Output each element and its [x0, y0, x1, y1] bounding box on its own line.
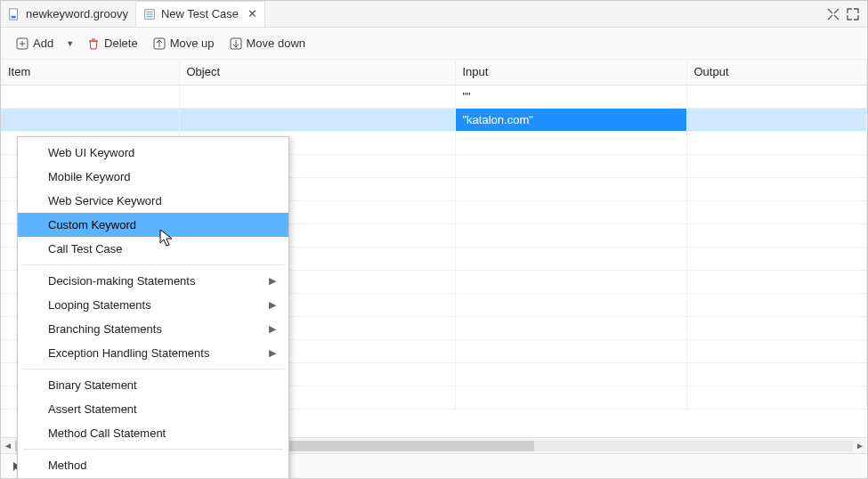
add-step-context-menu: Web UI Keyword Mobile Keyword Web Servic… — [17, 136, 289, 479]
menu-item-mobile-keyword[interactable]: Mobile Keyword — [18, 165, 288, 189]
menu-separator — [23, 264, 283, 265]
menu-separator — [23, 369, 283, 369]
chevron-right-icon: ▶ — [269, 299, 276, 311]
menu-item-assert-statement[interactable]: Assert Statement — [18, 397, 288, 421]
col-header-object[interactable]: Object — [179, 60, 455, 85]
minimize-icon[interactable] — [826, 7, 840, 21]
cell-item[interactable] — [1, 108, 179, 131]
tab-window-controls — [826, 1, 867, 27]
cell-output[interactable] — [686, 85, 867, 108]
testcase-icon — [143, 8, 156, 20]
table-header-row: Item Object Input Output — [1, 60, 867, 85]
test-step-toolbar: Add ▼ Delete Move up Move down — [1, 28, 867, 60]
menu-item-binary-statement[interactable]: Binary Statement — [18, 373, 288, 397]
menu-item-method-call-statement[interactable]: Method Call Statement — [18, 421, 288, 445]
menu-separator — [23, 449, 283, 450]
cell-object[interactable] — [179, 108, 455, 131]
col-header-input[interactable]: Input — [455, 60, 686, 85]
cell-input[interactable]: "" — [455, 85, 686, 108]
arrow-down-icon — [229, 37, 243, 51]
groovy-file-icon — [8, 8, 20, 20]
scroll-left-arrow[interactable]: ◄ — [1, 441, 15, 451]
tab-label: New Test Case — [161, 7, 239, 20]
plus-box-icon — [15, 37, 29, 51]
col-header-item[interactable]: Item — [1, 60, 179, 85]
cell-output[interactable] — [686, 108, 867, 131]
cell-object[interactable] — [179, 85, 455, 108]
add-dropdown-caret[interactable]: ▼ — [62, 39, 77, 48]
maximize-icon[interactable] — [846, 7, 860, 21]
menu-item-decision-making[interactable]: Decision-making Statements▶ — [18, 269, 288, 293]
menu-item-branching[interactable]: Branching Statements▶ — [18, 317, 288, 341]
test-steps-main: Item Object Input Output "" "katalon.com… — [1, 60, 867, 437]
editor-tabbar: newkeyword.groovy New Test Case ✕ — [1, 1, 867, 28]
menu-item-custom-keyword[interactable]: Custom Keyword — [18, 213, 288, 237]
scroll-right-arrow[interactable]: ► — [853, 441, 867, 451]
cell-item[interactable] — [1, 85, 179, 108]
delete-label: Delete — [104, 37, 138, 50]
cell-input[interactable]: "katalon.com" — [455, 108, 686, 131]
move-down-label: Move down — [247, 37, 305, 50]
tab-newkeyword-groovy[interactable]: newkeyword.groovy — [1, 1, 136, 27]
menu-item-exception-handling[interactable]: Exception Handling Statements▶ — [18, 341, 288, 365]
menu-item-web-ui-keyword[interactable]: Web UI Keyword — [18, 141, 288, 165]
chevron-right-icon: ▶ — [269, 275, 276, 287]
close-icon[interactable]: ✕ — [247, 7, 257, 20]
table-row[interactable]: "katalon.com" — [1, 108, 867, 131]
chevron-right-icon: ▶ — [269, 347, 276, 359]
menu-item-method[interactable]: Method — [18, 453, 288, 477]
move-up-label: Move up — [170, 37, 215, 50]
chevron-right-icon: ▶ — [269, 323, 276, 335]
move-up-button[interactable]: Move up — [147, 33, 220, 54]
tab-new-test-case[interactable]: New Test Case ✕ — [136, 1, 265, 27]
menu-item-looping[interactable]: Looping Statements▶ — [18, 293, 288, 317]
col-header-output[interactable]: Output — [686, 60, 867, 85]
menu-item-web-service-keyword[interactable]: Web Service Keyword — [18, 189, 288, 213]
move-down-button[interactable]: Move down — [223, 33, 311, 54]
arrow-up-icon — [152, 37, 166, 51]
table-row[interactable]: "" — [1, 85, 867, 108]
menu-item-call-test-case[interactable]: Call Test Case — [18, 237, 288, 261]
tab-label: newkeyword.groovy — [26, 7, 128, 20]
delete-button[interactable]: Delete — [81, 33, 143, 54]
svg-rect-1 — [12, 15, 16, 18]
add-button[interactable]: Add — [10, 33, 59, 54]
trash-icon — [86, 37, 101, 51]
add-label: Add — [33, 37, 53, 50]
